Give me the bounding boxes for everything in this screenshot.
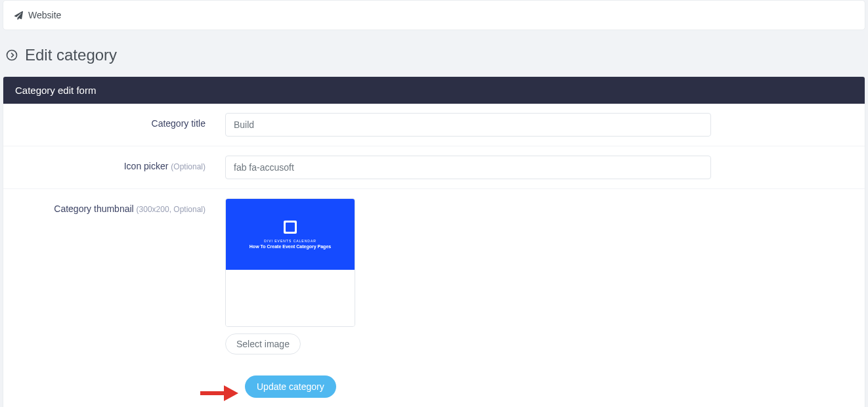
thumbnail-caption: How To Create Event Category Pages: [250, 244, 331, 249]
label-hint: (300x200, Optional): [137, 205, 206, 214]
arrow-circle-right-icon: [5, 49, 18, 62]
calendar-icon: [284, 221, 297, 234]
thumbnail-caption-small: DIVI EVENTS CALENDAR: [264, 239, 316, 243]
label-text: Category title: [152, 118, 206, 129]
select-image-button[interactable]: Select image: [225, 333, 301, 354]
row-icon-picker: Icon picker (Optional): [3, 146, 865, 189]
thumbnail-empty-area: [226, 270, 355, 326]
breadcrumb: Website: [3, 0, 865, 30]
update-category-button[interactable]: Update category: [245, 375, 336, 398]
icon-picker-input[interactable]: [225, 156, 711, 179]
arrow-right-icon: [199, 384, 238, 402]
panel-header: Category edit form: [3, 77, 865, 104]
paper-plane-icon: [14, 11, 23, 20]
row-thumbnail: Category thumbnail (300x200, Optional) D…: [3, 189, 865, 364]
label-hint: (Optional): [171, 162, 206, 171]
thumbnail-image: DIVI EVENTS CALENDAR How To Create Event…: [226, 199, 355, 270]
page-title: Edit category: [25, 46, 117, 64]
thumbnail-preview: DIVI EVENTS CALENDAR How To Create Event…: [225, 198, 355, 327]
category-title-input[interactable]: [225, 113, 711, 137]
breadcrumb-link-website[interactable]: Website: [28, 10, 61, 20]
category-edit-panel: Category edit form Category title Icon p…: [3, 76, 865, 407]
svg-point-0: [7, 51, 17, 60]
label-category-title: Category title: [15, 113, 225, 129]
label-text: Category thumbnail: [54, 204, 133, 214]
label-thumbnail: Category thumbnail (300x200, Optional): [15, 198, 225, 214]
row-category-title: Category title: [3, 104, 865, 146]
label-icon-picker: Icon picker (Optional): [15, 156, 225, 171]
svg-marker-2: [224, 385, 238, 401]
form-actions: Update category: [3, 364, 865, 407]
label-text: Icon picker: [124, 161, 169, 171]
page-heading: Edit category: [0, 30, 868, 76]
